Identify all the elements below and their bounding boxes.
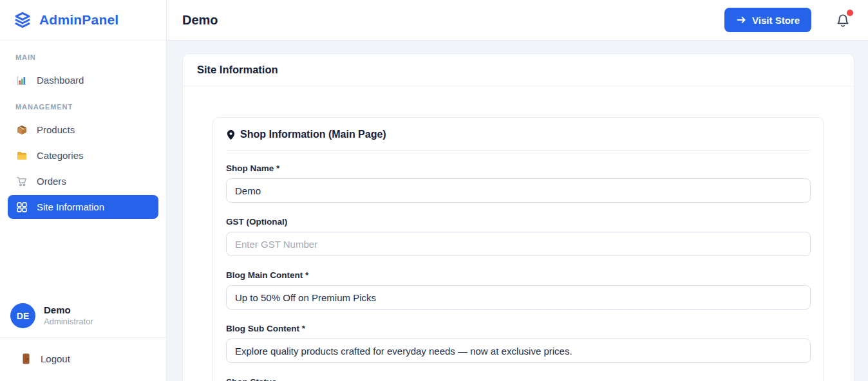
top-bar: Demo Visit Store <box>167 0 868 41</box>
sidebar-item-dashboard[interactable]: Dashboard <box>8 68 158 92</box>
top-bar-actions: Visit Store <box>724 8 851 32</box>
visit-store-label: Visit Store <box>752 15 800 26</box>
card-body: Shop Information (Main Page) Shop Name *… <box>183 86 854 381</box>
field-shop-status: Shop Status <box>226 377 811 381</box>
field-shop-name: Shop Name * <box>226 163 811 203</box>
avatar: DE <box>10 303 35 328</box>
field-gst: GST (Optional) <box>226 217 811 256</box>
sidebar-item-label: Orders <box>37 176 66 187</box>
sidebar-nav: MAIN Dashboard MANAGEMENT <box>0 41 166 295</box>
visit-store-button[interactable]: Visit Store <box>724 8 811 32</box>
sidebar-item-label: Categories <box>37 150 84 161</box>
notification-dot <box>847 10 853 16</box>
arrow-right-icon <box>736 15 746 25</box>
brand[interactable]: AdminPanel <box>0 0 166 41</box>
shop-name-input[interactable] <box>226 178 811 203</box>
field-label: Shop Name * <box>226 163 811 173</box>
user-role: Administrator <box>44 317 93 327</box>
field-label: GST (Optional) <box>226 217 811 227</box>
layers-icon <box>13 10 32 30</box>
sidebar-item-categories[interactable]: Categories <box>8 144 158 167</box>
section-title: Shop Information (Main Page) <box>240 129 386 140</box>
field-blog-main-content: Blog Main Content * <box>226 270 811 310</box>
section-header: Shop Information (Main Page) <box>226 129 811 140</box>
card-title: Site Information <box>197 64 278 75</box>
site-information-card: Site Information Shop Information (Main … <box>182 53 854 381</box>
grid-icon <box>15 201 28 213</box>
main-content: Site Information Shop Information (Main … <box>167 41 868 381</box>
sidebar-item-label: Site Information <box>37 201 104 212</box>
card-header: Site Information <box>183 54 854 86</box>
section-label-main: MAIN <box>0 44 166 66</box>
brand-name: AdminPanel <box>39 12 118 28</box>
sidebar-item-orders[interactable]: Orders <box>8 169 158 193</box>
bar-chart-icon <box>15 74 28 86</box>
section-label-management: MANAGEMENT <box>0 94 166 116</box>
blog-main-content-input[interactable] <box>226 285 811 310</box>
sidebar: AdminPanel MAIN Dashboard MANAGEMENT <box>0 0 167 381</box>
field-label: Blog Sub Content * <box>226 324 811 333</box>
blog-sub-content-input[interactable] <box>226 339 811 363</box>
notifications-button[interactable] <box>835 12 851 28</box>
gst-input[interactable] <box>226 232 811 256</box>
sidebar-footer: DE Demo Administrator Logout <box>0 295 166 381</box>
logout-button[interactable]: Logout <box>0 338 166 381</box>
folder-icon <box>15 149 28 162</box>
sidebar-item-products[interactable]: Products <box>8 118 158 142</box>
sidebar-item-site-information[interactable]: Site Information <box>8 195 158 219</box>
field-blog-sub-content: Blog Sub Content * <box>226 324 811 363</box>
package-icon <box>15 124 28 136</box>
page-title: Demo <box>182 13 218 28</box>
section-divider <box>226 150 811 151</box>
user-name: Demo <box>44 304 93 317</box>
cart-icon <box>15 175 28 187</box>
map-pin-icon <box>226 129 236 140</box>
shop-information-section: Shop Information (Main Page) Shop Name *… <box>212 117 824 381</box>
user-profile[interactable]: DE Demo Administrator <box>0 295 166 337</box>
sidebar-item-label: Products <box>37 124 75 135</box>
logout-label: Logout <box>41 353 70 364</box>
field-label: Shop Status <box>226 377 811 381</box>
sidebar-item-label: Dashboard <box>37 75 84 86</box>
field-label: Blog Main Content * <box>226 270 811 280</box>
door-icon <box>21 353 31 364</box>
